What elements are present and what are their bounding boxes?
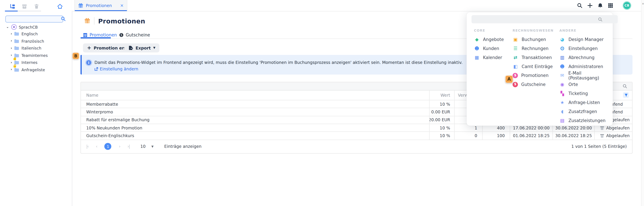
menu-item-label[interactable]: Angebote (483, 37, 504, 42)
menu-item-angebote[interactable]: ◆ Angebote (474, 35, 504, 44)
app-launcher-grid-icon[interactable] (608, 3, 613, 8)
tree-item-englisch[interactable]: › Englisch (11, 32, 38, 36)
home-icon[interactable] (57, 4, 63, 9)
page-size-value[interactable]: 10 (140, 144, 146, 149)
tree-item-label[interactable]: Anfrageliste (22, 67, 45, 72)
menu-item-label[interactable]: Einstellungen (568, 46, 598, 51)
menu-item-ticketing[interactable]: ▚ Ticketing (560, 89, 613, 98)
tree-item-label[interactable]: Italienisch (22, 46, 41, 50)
tab-label[interactable]: Promotionen (90, 32, 117, 37)
tree-item-anfrageliste[interactable]: › Anfrageliste (11, 67, 45, 72)
menu-item-label[interactable]: Zusatzfragen (568, 109, 597, 114)
menu-item-label[interactable]: Promotionen (521, 73, 548, 78)
export-button[interactable]: Export ▼ (124, 43, 160, 53)
next-page-icon[interactable]: › (119, 144, 120, 149)
window-scrollbar[interactable]: ▲ (641, 0, 644, 206)
chevron-right-icon[interactable]: › (11, 54, 12, 57)
column-header-name[interactable]: Name (81, 91, 429, 100)
cell-name[interactable]: Gutschein-Englischkurs (81, 132, 429, 139)
cell-name[interactable]: Rabatt für erstmalige Buchung (81, 116, 429, 123)
menu-item-label[interactable]: Transaktionen (522, 55, 552, 60)
menu-item-abrechnung[interactable]: ▥ Abrechnung (560, 53, 613, 62)
add-icon[interactable] (587, 3, 593, 8)
menu-item-label[interactable]: Ticketing (568, 91, 588, 96)
menu-item-label[interactable]: E-Mail (Postausgang) (568, 70, 613, 80)
change-setting-label[interactable]: Einstellung ändern (100, 67, 138, 71)
tab-promotionen[interactable]: Promotionen (83, 32, 117, 37)
cell-name[interactable]: Memberrabatte (81, 100, 429, 108)
sidebar-search-icon[interactable] (61, 16, 66, 21)
cell-name[interactable]: Winterpromo (81, 108, 429, 116)
change-setting-link[interactable]: Einstellung ändern (94, 67, 138, 71)
menu-item-label[interactable]: Rechnungen (522, 46, 548, 51)
chevron-right-icon[interactable]: › (11, 39, 12, 43)
menu-item-einstellungen[interactable]: ⚙ Einstellungen (560, 44, 613, 53)
menu-item-buchungen[interactable]: ▣ Buchungen (512, 35, 554, 44)
menu-item-camt-eintraege[interactable]: ◧ Camt Einträge (512, 62, 554, 71)
archive-icon[interactable] (22, 4, 27, 9)
scroll-up-arrow-icon[interactable]: ▲ (642, 2, 644, 4)
menu-item-label[interactable]: Buchungen (522, 37, 546, 42)
tree-item-label[interactable]: Englisch (22, 32, 38, 36)
page-size-chevron-icon[interactable]: ▼ (151, 145, 154, 148)
menu-item-administratoren[interactable]: ☻ Administratoren (560, 62, 613, 71)
menu-item-label[interactable]: Anfrage-Listen (568, 100, 600, 105)
menu-item-label[interactable]: Camt Einträge (522, 64, 552, 69)
tree-item-label[interactable]: Internes (22, 60, 38, 65)
menu-item-zusatzleistungen[interactable]: ▤ Zusatzleistungen (560, 116, 613, 125)
chevron-right-icon[interactable]: › (11, 68, 12, 71)
menu-item-orte[interactable]: ◉ Orte (560, 80, 613, 89)
menu-item-kunden[interactable]: ☻ Kunden (474, 44, 504, 53)
filter-funnel-icon[interactable] (623, 92, 629, 98)
menu-item-zusatzfragen[interactable]: ◖ Zusatzfragen (560, 107, 613, 116)
tree-root[interactable]: ⌄ SprachCB (6, 24, 38, 30)
menu-item-label[interactable]: Administratoren (568, 64, 603, 69)
tree-item-italienisch[interactable]: › Italienisch (11, 46, 42, 50)
app-tab-promotionen[interactable]: Promotionen ✕ (74, 0, 127, 11)
menu-item-email-postausgang[interactable]: ✉ E-Mail (Postausgang) (560, 71, 613, 80)
avatar[interactable]: CB (623, 1, 631, 10)
table-search-icon[interactable] (623, 84, 627, 89)
menu-item-transaktionen[interactable]: ⇄ Transaktionen (512, 53, 554, 62)
menu-item-label[interactable]: Orte (568, 82, 578, 87)
chevron-right-icon[interactable]: › (11, 61, 12, 64)
tab-gutscheine[interactable]: $ Gutscheine (119, 32, 150, 37)
chevron-right-icon[interactable]: › (11, 32, 12, 35)
tree-item-label[interactable]: Teaminternes (22, 53, 48, 58)
tree-item-internes[interactable]: › Internes (11, 60, 38, 65)
menu-item-label[interactable]: Abrechnung (568, 55, 594, 60)
column-header-wert[interactable]: Wert (429, 91, 454, 100)
first-page-icon[interactable]: |‹ (86, 144, 88, 149)
sidebar-search-input[interactable] (5, 15, 63, 23)
tree-item-franzoesisch[interactable]: › Französisch (11, 39, 44, 43)
menu-item-kalender[interactable]: ▦ Kalender (474, 53, 504, 62)
menu-item-label[interactable]: Gutscheine (521, 82, 546, 87)
app-tab-label[interactable]: Promotionen (86, 3, 118, 7)
global-search-icon[interactable] (577, 3, 582, 8)
chevron-down-icon[interactable]: ⌄ (6, 25, 9, 29)
menu-item-design-manager[interactable]: ◕ Design Manager (560, 35, 613, 44)
prev-page-icon[interactable]: ‹ (96, 144, 97, 149)
close-tab-icon[interactable]: ✕ (120, 3, 124, 7)
tree-root-label[interactable]: SprachCB (19, 25, 38, 29)
menu-item-label[interactable]: Design Manager (568, 37, 604, 42)
chevron-right-icon[interactable]: › (11, 46, 12, 50)
tree-item-teaminternes[interactable]: › Teaminternes (11, 53, 48, 58)
menu-item-label[interactable]: Kunden (483, 46, 499, 51)
menu-item-label[interactable]: Kalender (483, 55, 502, 60)
menu-item-label[interactable]: Zusatzleistungen (568, 118, 606, 123)
current-page-button[interactable]: 1 (104, 143, 112, 150)
menu-item-promotionen[interactable]: $ Promotionen (512, 71, 554, 80)
menu-item-anfrage-listen[interactable]: ★ Anfrage-Listen (560, 98, 613, 107)
tree-view-icon[interactable] (10, 4, 16, 9)
menu-item-rechnungen[interactable]: ☰ Rechnungen (512, 44, 554, 53)
table-row[interactable]: Gutschein-Englischkurs 10 % 0 100 01.06.… (81, 132, 632, 140)
menu-item-gutscheine[interactable]: $ Gutscheine (512, 80, 554, 89)
notifications-bell-icon[interactable] (598, 3, 603, 8)
menu-search-input[interactable] (472, 15, 618, 23)
last-page-icon[interactable]: ›| (128, 144, 130, 149)
tree-item-label[interactable]: Französisch (22, 39, 44, 43)
cell-name[interactable]: 10% Neukunden Promotion (81, 124, 429, 132)
trash-icon[interactable] (34, 4, 39, 9)
tab-label[interactable]: Gutscheine (126, 32, 150, 37)
